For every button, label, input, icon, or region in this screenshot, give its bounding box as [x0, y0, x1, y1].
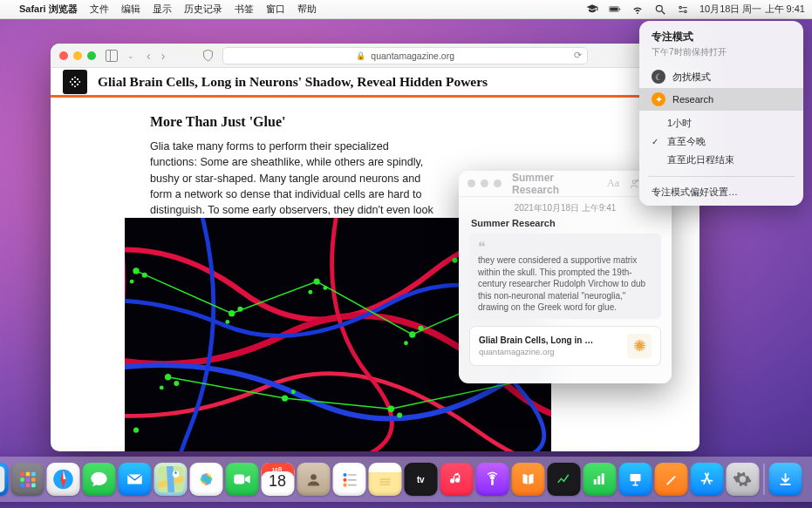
moon-icon: ☾: [652, 70, 665, 84]
dock-music[interactable]: [440, 463, 473, 496]
sidebar-menu-chevron-icon[interactable]: ⌄: [127, 51, 134, 60]
dock-downloads[interactable]: [768, 463, 802, 496]
search-icon[interactable]: [654, 3, 666, 16]
dock-photos[interactable]: [189, 463, 222, 496]
svg-point-10: [133, 268, 139, 274]
privacy-shield-icon[interactable]: [201, 49, 215, 63]
dock-books[interactable]: [511, 463, 544, 496]
svg-point-66: [343, 484, 346, 487]
dock-facetime[interactable]: [225, 463, 258, 496]
svg-point-30: [397, 413, 402, 418]
reload-icon[interactable]: ⟳: [574, 50, 582, 61]
site-logo[interactable]: [63, 70, 87, 94]
sidebar-toggle-button[interactable]: [103, 48, 120, 64]
svg-rect-50: [31, 484, 36, 488]
menu-bookmarks[interactable]: 书签: [235, 3, 254, 16]
svg-point-34: [452, 258, 457, 263]
dock-notes[interactable]: [368, 463, 401, 496]
dock-messages[interactable]: [82, 463, 115, 496]
menu-history[interactable]: 历史记录: [184, 3, 222, 16]
svg-point-15: [225, 320, 229, 324]
menu-edit[interactable]: 编辑: [121, 3, 140, 16]
dock-calendar[interactable]: 10月18: [261, 463, 294, 496]
svg-rect-74: [601, 473, 604, 484]
focus-opt-1h[interactable]: 1小时: [639, 114, 803, 132]
dock-numbers[interactable]: [583, 463, 616, 496]
note-quote-text: they were considered a supportive matrix…: [478, 254, 652, 314]
article-header: Glial Brain Cells, Long in Neurons' Shad…: [51, 68, 699, 98]
menu-help[interactable]: 帮助: [297, 3, 317, 16]
note-quote-block[interactable]: ❝ they were considered a supportive matr…: [469, 234, 661, 319]
svg-point-28: [291, 389, 296, 394]
note-window-title: Summer Research: [507, 172, 600, 196]
svg-rect-72: [593, 479, 596, 484]
svg-point-71: [490, 477, 493, 479]
svg-rect-75: [630, 474, 640, 481]
focus-opt-event-end[interactable]: 直至此日程结束: [639, 151, 803, 169]
svg-rect-67: [347, 484, 356, 486]
link-card-source: quantamagazine.org: [479, 347, 620, 356]
svg-point-26: [160, 385, 164, 389]
dock-stocks[interactable]: [547, 463, 580, 496]
quote-icon: ❝: [478, 240, 652, 254]
dock-tv[interactable]: tv: [404, 463, 437, 496]
address-url: quantamagazine.org: [371, 51, 454, 61]
dock-finder[interactable]: [0, 463, 8, 496]
note-zoom-button[interactable]: [494, 179, 502, 187]
svg-rect-65: [347, 479, 356, 481]
back-button[interactable]: ‹: [147, 49, 151, 63]
focus-mode-research[interactable]: ✦ Research: [639, 88, 803, 111]
close-window-button[interactable]: [59, 51, 68, 60]
svg-rect-42: [20, 472, 24, 477]
dock-launchpad[interactable]: [10, 463, 44, 496]
student-icon[interactable]: [586, 3, 598, 16]
dock-reminders[interactable]: [332, 463, 365, 496]
note-close-button[interactable]: [467, 179, 475, 187]
app-menu[interactable]: Safari 浏览器: [19, 3, 78, 16]
dock-keynote[interactable]: [618, 463, 652, 496]
svg-rect-46: [25, 478, 30, 482]
svg-point-12: [130, 280, 134, 284]
svg-point-21: [404, 341, 408, 345]
svg-point-61: [310, 474, 317, 480]
focus-mode-dnd[interactable]: ☾ 勿扰模式: [639, 65, 803, 88]
focus-opt-evening[interactable]: ✓直至今晚: [639, 132, 803, 151]
svg-point-36: [632, 179, 636, 183]
menu-view[interactable]: 显示: [153, 3, 172, 16]
svg-point-64: [343, 478, 346, 482]
dock-safari[interactable]: [46, 463, 79, 496]
dock-separator: [763, 464, 764, 495]
quick-note-window: Summer Research Aa » 2021年10月18日 上午9:41 …: [459, 171, 672, 383]
dock-trash[interactable]: [804, 463, 812, 496]
svg-rect-63: [347, 474, 356, 476]
control-center-icon[interactable]: [677, 3, 689, 16]
svg-rect-43: [25, 472, 30, 477]
menu-file[interactable]: 文件: [90, 3, 109, 16]
focus-popover: 专注模式 下午7时前保持打开 ☾ 勿扰模式 ✦ Research 1小时 ✓直至…: [639, 21, 803, 206]
dock-podcasts[interactable]: [475, 463, 508, 496]
note-link-card[interactable]: Glial Brain Cells, Long in … quantamagaz…: [469, 326, 661, 366]
zoom-window-button[interactable]: [87, 51, 96, 60]
battery-icon[interactable]: [609, 3, 621, 16]
dock-settings[interactable]: [726, 463, 759, 496]
focus-title: 专注模式: [652, 30, 791, 44]
menu-window[interactable]: 窗口: [266, 3, 285, 16]
dock-contacts[interactable]: [297, 463, 330, 496]
svg-point-62: [343, 473, 346, 477]
safari-toolbar: ⌄ ‹ › 🔒 quantamagazine.org ⟳: [51, 44, 699, 68]
svg-point-7: [685, 10, 687, 13]
note-minimize-button[interactable]: [481, 179, 488, 187]
format-icon[interactable]: Aa: [605, 176, 621, 192]
wifi-icon[interactable]: [631, 3, 644, 16]
dock-pages[interactable]: [654, 463, 687, 496]
dock-mail[interactable]: [118, 463, 151, 496]
forward-button[interactable]: ›: [161, 49, 166, 63]
svg-point-37: [636, 179, 638, 181]
menubar-clock[interactable]: 10月18日 周一 上午 9:41: [699, 3, 805, 16]
dock-maps[interactable]: [154, 463, 187, 496]
address-bar[interactable]: 🔒 quantamagazine.org ⟳: [222, 47, 588, 64]
dock-appstore[interactable]: [690, 463, 723, 496]
research-icon: ✦: [652, 92, 665, 106]
minimize-window-button[interactable]: [73, 51, 82, 60]
focus-preferences-link[interactable]: 专注模式偏好设置…: [639, 180, 803, 200]
